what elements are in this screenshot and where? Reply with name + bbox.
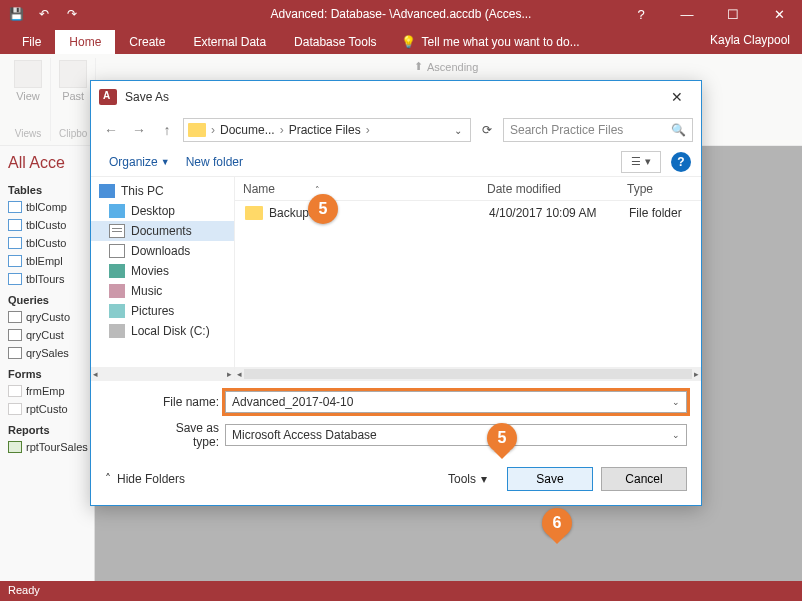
chevron-down-icon[interactable]: ⌄	[672, 397, 680, 407]
query-icon	[8, 347, 22, 359]
organize-button[interactable]: Organize▼	[101, 151, 178, 173]
sort-indicator-icon: ˄	[315, 185, 320, 195]
lightbulb-icon: 💡	[401, 35, 416, 49]
navpane-section-tables[interactable]: Tables	[4, 178, 90, 198]
callout-tail	[494, 451, 510, 467]
file-name-input[interactable]: Advanced_2017-04-10 ⌄	[225, 391, 687, 413]
tab-home[interactable]: Home	[55, 30, 115, 54]
file-row[interactable]: Backups 4/10/2017 10:09 AM File folder	[235, 201, 701, 225]
save-button[interactable]: Save	[507, 467, 593, 491]
view-mode-button[interactable]: ☰ ▾	[621, 151, 661, 173]
file-scrollbar[interactable]: ◂▸	[235, 367, 701, 381]
table-icon	[8, 273, 22, 285]
tell-me-search[interactable]: 💡 Tell me what you want to do...	[391, 30, 590, 54]
dialog-close-button[interactable]: ✕	[661, 85, 693, 109]
table-icon	[8, 219, 22, 231]
movies-icon	[109, 264, 125, 278]
file-name-row: File name: Advanced_2017-04-10 ⌄	[147, 391, 687, 413]
search-input[interactable]: Search Practice Files 🔍	[503, 118, 693, 142]
column-header-name[interactable]: Name˄	[235, 182, 479, 196]
chevron-right-icon[interactable]: ›	[363, 123, 373, 137]
column-header-date[interactable]: Date modified	[479, 182, 619, 196]
music-icon	[109, 284, 125, 298]
chevron-right-icon[interactable]: ›	[208, 123, 218, 137]
navpane-section-reports[interactable]: Reports	[4, 418, 90, 438]
nav-item-table[interactable]: tblComp	[4, 198, 90, 216]
navpane-section-forms[interactable]: Forms	[4, 362, 90, 382]
tree-item-movies[interactable]: Movies	[91, 261, 234, 281]
cancel-button[interactable]: Cancel	[601, 467, 687, 491]
breadcrumb[interactable]: › Docume... › Practice Files › ⌄	[183, 118, 471, 142]
tree-item-downloads[interactable]: Downloads	[91, 241, 234, 261]
minimize-button[interactable]: —	[664, 0, 710, 28]
file-list-header: Name˄ Date modified Type	[235, 177, 701, 201]
window-title: Advanced: Database- \Advanced.accdb (Acc…	[271, 7, 532, 21]
user-name[interactable]: Kayla Claypool	[710, 33, 790, 47]
tree-item-this-pc[interactable]: This PC	[91, 181, 234, 201]
query-icon	[8, 311, 22, 323]
navpane-section-queries[interactable]: Queries	[4, 288, 90, 308]
nav-item-table[interactable]: tblEmpl	[4, 252, 90, 270]
nav-item-form[interactable]: frmEmp	[4, 382, 90, 400]
ribbon-tabs: File Home Create External Data Database …	[0, 28, 802, 54]
pc-icon	[99, 184, 115, 198]
tab-database-tools[interactable]: Database Tools	[280, 30, 391, 54]
navpane-title[interactable]: All Acce	[4, 152, 90, 178]
save-as-type-row: Save as type: Microsoft Access Database …	[147, 421, 687, 449]
view-icon	[14, 60, 42, 88]
breadcrumb-dropdown[interactable]: ⌄	[450, 125, 466, 136]
view-button[interactable]: View	[14, 60, 42, 102]
tab-create[interactable]: Create	[115, 30, 179, 54]
paste-button[interactable]: Past	[59, 60, 87, 102]
access-icon	[99, 89, 117, 105]
new-folder-button[interactable]: New folder	[178, 151, 251, 173]
tree-item-pictures[interactable]: Pictures	[91, 301, 234, 321]
tree-scrollbar[interactable]: ◂▸	[91, 367, 234, 381]
nav-item-query[interactable]: qryCust	[4, 326, 90, 344]
breadcrumb-part[interactable]: Docume...	[220, 123, 275, 137]
dialog-toolbar: Organize▼ New folder ☰ ▾ ?	[91, 147, 701, 177]
refresh-button[interactable]: ⟳	[475, 118, 499, 142]
table-icon	[8, 255, 22, 267]
nav-item-query[interactable]: qrySales	[4, 344, 90, 362]
nav-up-button[interactable]: ↑	[155, 118, 179, 142]
chevron-right-icon[interactable]: ›	[277, 123, 287, 137]
tab-external-data[interactable]: External Data	[179, 30, 280, 54]
hide-folders-button[interactable]: ˄ Hide Folders	[105, 472, 185, 486]
close-window-button[interactable]: ✕	[756, 0, 802, 28]
tree-item-music[interactable]: Music	[91, 281, 234, 301]
tree-item-local-disk[interactable]: Local Disk (C:)	[91, 321, 234, 341]
tree-item-documents[interactable]: Documents	[91, 221, 234, 241]
help-button[interactable]: ?	[618, 0, 664, 28]
paste-icon	[59, 60, 87, 88]
tools-dropdown[interactable]: Tools▾	[448, 472, 487, 486]
nav-item-table[interactable]: tblCusto	[4, 234, 90, 252]
tree-item-desktop[interactable]: Desktop	[91, 201, 234, 221]
nav-item-table[interactable]: tblCusto	[4, 216, 90, 234]
sort-ascending[interactable]: ⬆Ascending	[414, 60, 478, 73]
help-button[interactable]: ?	[671, 152, 691, 172]
save-icon[interactable]: 💾	[8, 6, 24, 22]
column-header-type[interactable]: Type	[619, 182, 701, 196]
nav-item-query[interactable]: qryCusto	[4, 308, 90, 326]
search-icon: 🔍	[671, 123, 686, 137]
downloads-icon	[109, 244, 125, 258]
undo-icon[interactable]: ↶	[36, 6, 52, 22]
folder-icon	[188, 123, 206, 137]
nav-item-form[interactable]: rptCusto	[4, 400, 90, 418]
tab-file[interactable]: File	[8, 30, 55, 54]
save-as-type-select[interactable]: Microsoft Access Database ⌄	[225, 424, 687, 446]
nav-item-report[interactable]: rptTourSales	[4, 438, 90, 456]
status-bar: Ready	[0, 581, 802, 601]
nav-back-button[interactable]: ←	[99, 118, 123, 142]
nav-item-table[interactable]: tblTours	[4, 270, 90, 288]
redo-icon[interactable]: ↷	[64, 6, 80, 22]
chevron-down-icon[interactable]: ⌄	[672, 430, 680, 440]
query-icon	[8, 329, 22, 341]
pictures-icon	[109, 304, 125, 318]
table-icon	[8, 237, 22, 249]
breadcrumb-part[interactable]: Practice Files	[289, 123, 361, 137]
chevron-down-icon: ▼	[161, 157, 170, 167]
nav-forward-button[interactable]: →	[127, 118, 151, 142]
maximize-button[interactable]: ☐	[710, 0, 756, 28]
